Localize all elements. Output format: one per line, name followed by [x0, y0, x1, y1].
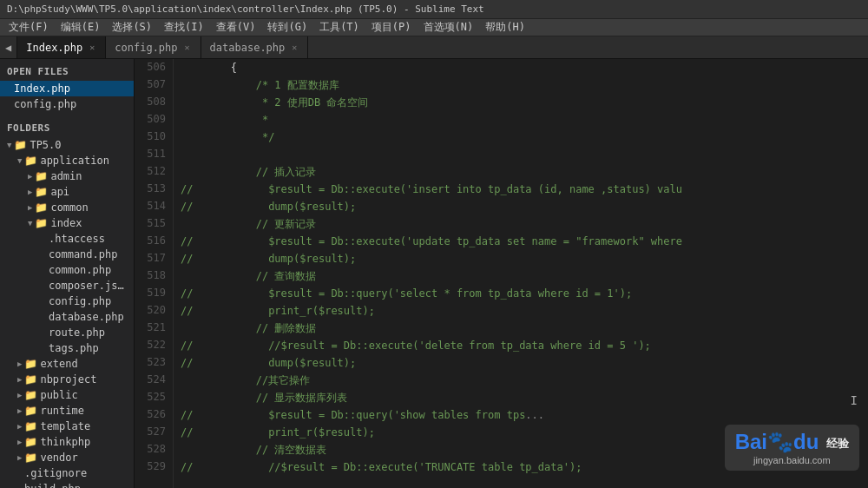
folder-label-api: api: [50, 186, 69, 198]
folder-icon-tp50: 📁: [14, 139, 27, 151]
ln-506: 506: [141, 59, 166, 76]
folder-admin[interactable]: ▶ 📁 admin: [0, 168, 134, 184]
code-line-521: // 删除数据: [181, 320, 861, 337]
file-tags-php[interactable]: tags.php: [0, 340, 134, 356]
code-content: 506 507 508 509 510 511 512 513 514 515 …: [135, 59, 868, 488]
folder-common[interactable]: ▶ 📁 common: [0, 200, 134, 215]
folder-application[interactable]: ▼ 📁 application: [0, 153, 134, 168]
code-line-514: // dump($result);: [181, 198, 861, 215]
menu-file[interactable]: 文件(F): [3, 19, 54, 36]
folder-label-vendor: vendor: [40, 452, 77, 464]
folder-label-extend: extend: [40, 358, 77, 370]
code-line-522: // //$result = Db::execute('delete from …: [181, 337, 861, 354]
menu-select[interactable]: 选择(S): [107, 19, 157, 36]
folder-tp50[interactable]: ▼ 📁 TP5.0: [0, 137, 134, 153]
folder-icon-index: 📁: [35, 217, 48, 229]
code-line-527: // print_r($result);: [181, 424, 861, 441]
folder-thinkphp[interactable]: ▶ 📁 thinkphp: [0, 434, 134, 450]
code-line-507: /* 1 配置数据库: [181, 76, 861, 94]
menu-preferences[interactable]: 首选项(N): [418, 19, 479, 36]
tab-close-config[interactable]: ✕: [183, 42, 192, 53]
tab-index-php[interactable]: Index.php ✕: [17, 36, 106, 58]
code-line-523: // dump($result);: [181, 354, 861, 372]
menu-project[interactable]: 项目(P): [366, 19, 417, 36]
file-database-php[interactable]: database.php: [0, 309, 134, 325]
code-line-528: // 清空数据表: [181, 441, 861, 458]
tab-scroll-left[interactable]: ◀: [0, 36, 17, 58]
folder-label-admin: admin: [50, 170, 82, 182]
code-line-509: *: [181, 111, 861, 129]
arrow-template: ▶: [17, 422, 22, 431]
folder-icon-thinkphp: 📁: [24, 436, 37, 448]
open-files-title: OPEN FILES: [0, 63, 134, 81]
menu-edit[interactable]: 编辑(E): [56, 19, 106, 36]
title-text: D:\phpStudy\WWW\TP5.0\application\index\…: [7, 3, 484, 15]
code-line-515: // 更新记录: [181, 215, 861, 233]
tab-label-config: config.php: [115, 42, 177, 54]
ln-516: 516: [141, 233, 166, 250]
ln-509: 509: [141, 111, 166, 129]
sidebar-file-config[interactable]: config.php: [0, 96, 134, 112]
folder-runtime[interactable]: ▶ 📁 runtime: [0, 403, 134, 419]
file-composer-json[interactable]: composer.json: [0, 278, 134, 293]
arrow-public: ▶: [17, 391, 22, 399]
arrow-admin: ▶: [28, 172, 32, 181]
arrow-vendor: ▶: [17, 453, 22, 462]
folder-label-index: index: [50, 217, 82, 229]
folder-label-thinkphp: thinkphp: [40, 436, 90, 448]
folder-icon-runtime: 📁: [24, 405, 37, 417]
file-build-php[interactable]: build.php: [0, 481, 134, 488]
folder-api[interactable]: ▶ 📁 api: [0, 184, 134, 200]
folder-public[interactable]: ▶ 📁 public: [0, 387, 134, 403]
open-files-section: OPEN FILES Index.php config.php: [0, 59, 134, 115]
sidebar-file-index[interactable]: Index.php: [0, 81, 134, 96]
code-line-525: // 显示数据库列表: [181, 389, 861, 406]
code-line-508: * 2 使用DB 命名空间: [181, 94, 861, 111]
menu-view[interactable]: 查看(V): [211, 19, 261, 36]
arrow-thinkphp: ▶: [17, 438, 22, 446]
file-config-php[interactable]: config.php: [0, 293, 134, 309]
folder-label-nbproject: nbproject: [40, 373, 96, 386]
ln-512: 512: [141, 163, 166, 181]
file-command-php[interactable]: command.php: [0, 247, 134, 262]
menu-help[interactable]: 帮助(H): [480, 19, 530, 36]
ln-520: 520: [141, 302, 166, 320]
arrow-nbproject: ▶: [17, 375, 22, 384]
tab-close-database[interactable]: ✕: [290, 42, 299, 53]
arrow-extend: ▶: [17, 359, 22, 368]
editor-container: 506 507 508 509 510 511 512 513 514 515 …: [135, 59, 868, 488]
menu-tools[interactable]: 工具(T): [314, 19, 365, 36]
ln-515: 515: [141, 215, 166, 233]
tab-bar: ◀ Index.php ✕ config.php ✕ database.php …: [0, 36, 868, 59]
folder-vendor[interactable]: ▶ 📁 vendor: [0, 450, 134, 465]
folders-title: FOLDERS: [0, 119, 134, 137]
file-gitignore[interactable]: .gitignore: [0, 465, 134, 481]
folder-nbproject[interactable]: ▶ 📁 nbproject: [0, 372, 134, 387]
folder-label-application: application: [40, 155, 108, 167]
code-line-520: // print_r($result);: [181, 302, 861, 320]
code-lines: { /* 1 配置数据库 * 2 使用DB 命名空间 * */ // 插入记录 …: [174, 59, 868, 488]
folder-icon-extend: 📁: [24, 358, 37, 370]
menu-goto[interactable]: 转到(G): [262, 19, 312, 36]
tab-database-php[interactable]: database.php ✕: [201, 36, 309, 58]
tab-close-index[interactable]: ✕: [88, 42, 96, 53]
file-htaccess[interactable]: .htaccess: [0, 231, 134, 247]
title-bar: D:\phpStudy\WWW\TP5.0\application\index\…: [0, 0, 868, 19]
menu-find[interactable]: 查找(I): [159, 19, 209, 36]
ln-528: 528: [141, 441, 166, 458]
folder-index[interactable]: ▼ 📁 index: [0, 215, 134, 231]
folder-icon-template: 📁: [24, 420, 37, 432]
code-editor[interactable]: 506 507 508 509 510 511 512 513 514 515 …: [135, 59, 868, 488]
folder-extend[interactable]: ▶ 📁 extend: [0, 356, 134, 372]
ln-522: 522: [141, 337, 166, 354]
code-line-512: // 插入记录: [181, 163, 861, 181]
folder-label-runtime: runtime: [40, 405, 84, 417]
folder-label-tp50: TP5.0: [30, 139, 61, 151]
line-numbers: 506 507 508 509 510 511 512 513 514 515 …: [135, 59, 174, 488]
folder-icon-admin: 📁: [35, 170, 48, 182]
file-route-php[interactable]: route.php: [0, 325, 134, 340]
folder-template[interactable]: ▶ 📁 template: [0, 419, 134, 434]
code-line-524: //其它操作: [181, 372, 861, 389]
file-common-php[interactable]: common.php: [0, 262, 134, 278]
tab-config-php[interactable]: config.php ✕: [106, 36, 201, 58]
